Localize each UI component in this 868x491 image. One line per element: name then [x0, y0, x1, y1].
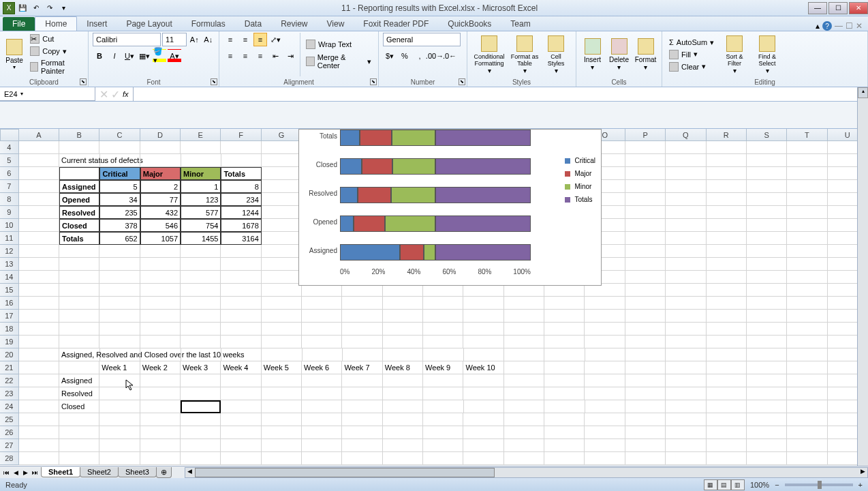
cell[interactable]: [140, 154, 181, 167]
font-size-select[interactable]: [162, 33, 187, 46]
cell[interactable]: [625, 245, 666, 258]
cell[interactable]: [625, 413, 666, 426]
cell[interactable]: [666, 141, 706, 154]
cell[interactable]: [544, 310, 585, 323]
cell[interactable]: [140, 374, 181, 387]
cell[interactable]: [262, 206, 302, 219]
percent-button[interactable]: %: [398, 49, 412, 63]
cell[interactable]: [19, 206, 59, 219]
cell[interactable]: [262, 452, 302, 465]
cell[interactable]: [181, 413, 221, 426]
column-header[interactable]: Q: [666, 129, 706, 141]
zoom-thumb[interactable]: [818, 481, 822, 489]
vertical-scrollbar[interactable]: ▴: [857, 87, 868, 466]
cell[interactable]: [787, 336, 827, 348]
increase-decimal-button[interactable]: .00→: [428, 49, 441, 63]
cell[interactable]: [707, 154, 747, 167]
cell[interactable]: [707, 271, 747, 284]
cell[interactable]: [59, 167, 99, 180]
cell[interactable]: [625, 426, 666, 439]
cell[interactable]: [99, 284, 140, 297]
row-header[interactable]: 11: [0, 232, 19, 245]
cell[interactable]: [666, 452, 706, 465]
delete-button[interactable]: Delete▾: [607, 33, 631, 76]
row-header[interactable]: 22: [0, 374, 19, 387]
cell[interactable]: [787, 297, 827, 310]
qat-customize[interactable]: ▾: [57, 2, 69, 14]
cell[interactable]: [140, 245, 181, 258]
cell[interactable]: [504, 400, 544, 413]
tab-team[interactable]: Team: [501, 17, 540, 31]
cell[interactable]: [19, 154, 59, 167]
cell[interactable]: [302, 297, 342, 310]
align-right-button[interactable]: ≡: [253, 49, 267, 63]
column-header[interactable]: F: [221, 129, 261, 141]
sheet-nav-next[interactable]: ▶: [20, 469, 30, 476]
cell[interactable]: [140, 323, 181, 336]
cell[interactable]: [747, 232, 787, 245]
fx-button[interactable]: fx: [123, 90, 129, 98]
cell[interactable]: [747, 206, 787, 219]
cell[interactable]: [787, 193, 827, 206]
file-tab[interactable]: File: [3, 17, 35, 31]
cell[interactable]: 577: [181, 206, 221, 219]
cell[interactable]: 8: [221, 180, 261, 193]
cell[interactable]: [585, 426, 625, 439]
cell[interactable]: [747, 167, 787, 180]
cell[interactable]: [423, 310, 463, 323]
comma-button[interactable]: ,: [413, 49, 427, 63]
cell[interactable]: [383, 400, 423, 413]
enter-formula-icon[interactable]: ✓: [111, 88, 120, 101]
cell[interactable]: [463, 426, 503, 439]
cell[interactable]: Resolved: [59, 387, 99, 400]
cell[interactable]: [787, 439, 827, 452]
cell[interactable]: [342, 310, 382, 323]
cell[interactable]: [787, 374, 827, 387]
cell[interactable]: [302, 439, 342, 452]
cell[interactable]: [221, 245, 261, 258]
cell[interactable]: [504, 348, 544, 361]
cell[interactable]: [19, 245, 59, 258]
cell[interactable]: [221, 284, 261, 297]
cell[interactable]: [383, 348, 423, 361]
cell[interactable]: Week 10: [463, 361, 503, 374]
cell[interactable]: 378: [99, 219, 140, 232]
sheet-tab-1[interactable]: Sheet1: [41, 467, 80, 477]
cell[interactable]: [59, 439, 99, 452]
cell[interactable]: [140, 413, 181, 426]
cell[interactable]: [262, 310, 302, 323]
cell[interactable]: [585, 374, 625, 387]
cell[interactable]: [707, 232, 747, 245]
page-break-view-button[interactable]: ▥: [731, 479, 745, 490]
cell[interactable]: [181, 271, 221, 284]
column-header[interactable]: D: [140, 129, 181, 141]
cell[interactable]: [19, 400, 59, 413]
cell[interactable]: 432: [140, 206, 181, 219]
cell[interactable]: [221, 154, 262, 167]
conditional-formatting-button[interactable]: Conditional Formatting▾: [471, 33, 507, 76]
tab-data[interactable]: Data: [235, 17, 271, 31]
cell[interactable]: [707, 193, 747, 206]
cell[interactable]: [666, 426, 706, 439]
cell[interactable]: [140, 141, 181, 154]
name-box[interactable]: E24▾: [0, 87, 95, 101]
cell[interactable]: [463, 439, 503, 452]
cell[interactable]: [423, 452, 463, 465]
row-header[interactable]: 14: [0, 271, 19, 284]
cell[interactable]: [19, 271, 59, 284]
copy-button[interactable]: Copy ▾: [27, 46, 84, 57]
tab-formulas[interactable]: Formulas: [182, 17, 235, 31]
cell[interactable]: [787, 154, 827, 167]
shrink-font-button[interactable]: A↓: [202, 33, 215, 46]
sort-filter-button[interactable]: Sort & Filter▾: [719, 33, 749, 76]
cell[interactable]: [140, 284, 181, 297]
cell[interactable]: 235: [99, 206, 140, 219]
cell[interactable]: [181, 323, 221, 336]
hscroll-right[interactable]: ▶: [858, 468, 867, 475]
row-header[interactable]: 18: [0, 323, 19, 336]
cell[interactable]: [262, 284, 302, 297]
cell[interactable]: [504, 336, 544, 348]
italic-button[interactable]: I: [108, 49, 121, 63]
cell[interactable]: [666, 258, 706, 271]
cell[interactable]: [625, 310, 666, 323]
